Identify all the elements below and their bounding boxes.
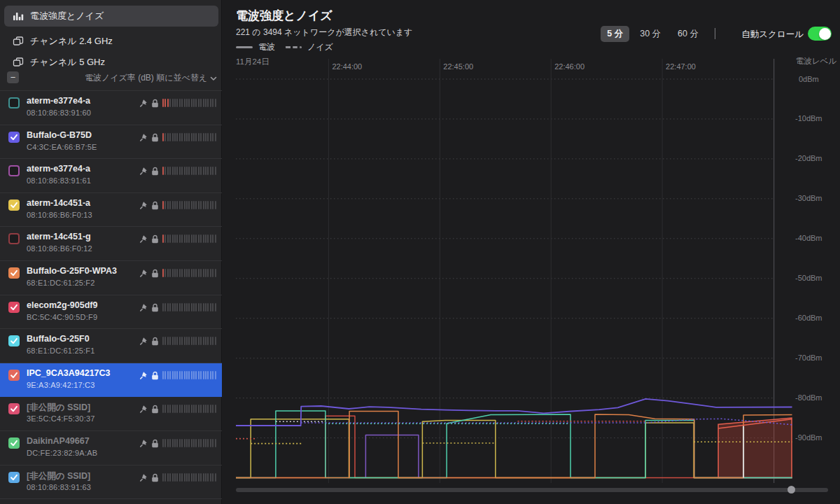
meter-bar [176, 405, 178, 413]
network-row[interactable]: Buffalo-G-25F068:E1:DC:61:25:F1 [0, 329, 223, 363]
meter-bar [179, 405, 181, 413]
y-tick-label: 0dBm [799, 75, 819, 83]
ssid-label: Buffalo-G-25F0-WPA3 [27, 266, 117, 276]
network-row[interactable]: Buffalo-G-B75DC4:3C:EA:66:B7:5E [0, 125, 223, 160]
meter-bar [215, 269, 216, 277]
meter-bar [186, 473, 188, 482]
meter-bar [205, 473, 206, 482]
meter-bar [188, 473, 190, 482]
meter-bar [184, 405, 186, 413]
pin-icon[interactable] [139, 404, 148, 413]
network-checkbox[interactable] [8, 132, 20, 143]
pin-icon[interactable] [139, 336, 148, 345]
meter-bar [179, 269, 181, 277]
network-row[interactable]: aterm-14c451-a08:10:86:B6:F0:13 [0, 193, 223, 227]
meter-bar [169, 167, 171, 175]
meter-bar [207, 405, 209, 413]
network-row[interactable]: DaikinAP49667DC:FE:23:82:9A:AB [0, 431, 223, 465]
meter-bar [184, 473, 186, 482]
sort-dropdown[interactable]: 電波ノイズ率 (dB) 順に並べ替え [85, 72, 217, 84]
network-checkbox[interactable] [8, 438, 20, 449]
sidebar-item-signal-noise[interactable]: 電波強度とノイズ [4, 6, 218, 27]
meter-bar [176, 269, 178, 277]
ssid-label: Buffalo-G-B75D [27, 130, 92, 140]
mac-address-label: 68:E1:DC:61:25:F1 [27, 346, 95, 355]
network-row[interactable]: aterm-14c451-g08:10:86:B6:F0:12 [0, 227, 223, 261]
meter-bar [174, 371, 176, 379]
network-checkbox[interactable] [8, 97, 20, 108]
meter-bar [181, 405, 183, 413]
meter-bar [179, 303, 181, 312]
meter-bar [200, 473, 202, 482]
network-row[interactable]: IPC_9CA3A94217C39E:A3:A9:42:17:C3 [0, 363, 223, 398]
pin-icon[interactable] [139, 234, 148, 243]
mac-address-label: DC:FE:23:82:9A:AB [27, 449, 97, 457]
pin-icon[interactable] [139, 302, 148, 312]
meter-bar [193, 405, 195, 413]
meter-bar [200, 201, 202, 209]
network-row[interactable]: [非公開の SSID]3E:5C:C4:F5:30:37 [0, 397, 223, 431]
network-row[interactable]: aterm-e377e4-a08:10:86:83:91:61 [0, 159, 223, 193]
meter-bar [212, 269, 214, 277]
meter-bar [207, 99, 209, 107]
meter-bar [184, 303, 186, 312]
meter-bar [181, 201, 183, 209]
pin-icon[interactable] [139, 200, 148, 209]
meter-bar [207, 473, 209, 482]
meter-bar [181, 99, 183, 107]
meter-bar [172, 234, 174, 243]
meter-bar [207, 167, 209, 175]
pin-icon[interactable] [139, 472, 148, 482]
network-checkbox[interactable] [8, 335, 20, 346]
pin-icon[interactable] [139, 98, 148, 107]
pin-icon[interactable] [139, 370, 148, 379]
collapse-list-button[interactable]: − [7, 71, 19, 83]
network-checkbox[interactable] [8, 233, 20, 244]
meter-bar [193, 269, 195, 277]
network-checkbox[interactable] [8, 403, 20, 414]
signal-chart-icon [13, 10, 24, 22]
meter-bar [193, 99, 195, 107]
network-checkbox[interactable] [8, 370, 20, 381]
network-row[interactable]: elecom2g-905df9BC:5C:4C:90:5D:F9 [0, 295, 223, 330]
meter-bar [198, 337, 200, 345]
meter-bar [169, 99, 171, 107]
network-checkbox[interactable] [8, 472, 20, 483]
meter-bar [188, 405, 190, 413]
mac-address-label: BC:5C:4C:90:5D:F9 [27, 313, 97, 321]
network-checkbox[interactable] [8, 165, 20, 176]
chart-horizontal-scrollbar[interactable] [236, 488, 828, 492]
meter-bar [179, 371, 181, 379]
meter-bar [169, 405, 171, 413]
meter-bar [212, 167, 214, 175]
meter-bar [164, 99, 166, 107]
meter-bar [205, 439, 206, 447]
scrollbar-thumb[interactable] [788, 486, 795, 493]
meter-bar [174, 405, 176, 413]
mac-address-label: 08:10:86:B6:F0:13 [27, 211, 92, 219]
pin-icon[interactable] [139, 132, 148, 141]
meter-bar [162, 234, 164, 243]
meter-bar [210, 133, 211, 141]
network-checkbox[interactable] [8, 267, 20, 279]
lock-icon [151, 132, 159, 141]
pin-icon[interactable] [139, 438, 148, 447]
meter-bar [210, 405, 211, 413]
pin-icon[interactable] [139, 268, 148, 277]
meter-bar [212, 337, 214, 345]
network-checkbox[interactable] [8, 200, 20, 211]
network-row[interactable]: Buffalo-G-25F0-WPA368:E1:DC:61:25:F2 [0, 261, 223, 295]
meter-bar [191, 337, 192, 345]
network-row[interactable]: aterm-e377e4-a08:10:86:83:91:60 [0, 91, 223, 125]
sidebar-item-channel-24ghz[interactable]: チャンネル 2.4 GHz [4, 31, 218, 52]
x-tick-label: 22:45:00 [443, 62, 473, 71]
network-row[interactable]: [非公開の SSID]08:10:86:83:91:63 [0, 465, 223, 500]
meter-bar [179, 473, 181, 482]
meter-bar [167, 405, 169, 413]
network-checkbox[interactable] [8, 302, 20, 313]
meter-bar [191, 99, 192, 107]
channel-icon [13, 57, 24, 68]
meter-bar [167, 473, 169, 482]
pin-icon[interactable] [139, 166, 148, 175]
meter-bar [186, 133, 188, 141]
